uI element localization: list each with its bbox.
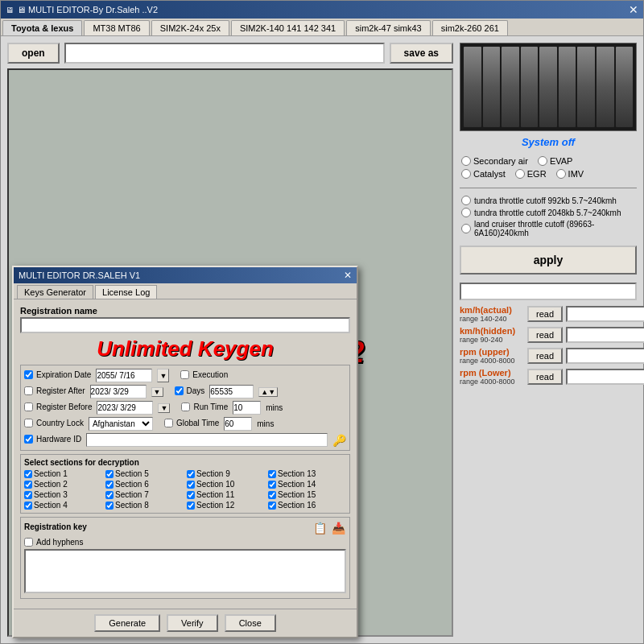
- run-time-input[interactable]: [233, 401, 261, 415]
- check-global-time[interactable]: Global Time: [164, 419, 219, 427]
- radio-throttle-1[interactable]: [461, 196, 471, 205]
- tab-mt38-mt86[interactable]: MT38 MT86: [84, 20, 149, 35]
- cb-section-2[interactable]: [24, 481, 32, 489]
- country-select[interactable]: Afghanistan: [89, 417, 153, 431]
- section-check-10[interactable]: Section 10: [187, 480, 265, 489]
- apply-button[interactable]: apply: [460, 246, 637, 275]
- cb-section-4[interactable]: [24, 502, 32, 510]
- throttle-item-2[interactable]: tundra throttle cutoff 2048kb 5.7~240kmh: [461, 208, 635, 217]
- checkbox-register-after[interactable]: [24, 386, 33, 395]
- register-after-spin[interactable]: ▼: [151, 387, 163, 397]
- checkbox-expiration-date[interactable]: [24, 370, 33, 379]
- section-check-15[interactable]: Section 15: [268, 490, 346, 499]
- radio-input-egr[interactable]: [515, 169, 525, 179]
- radio-secondary-air[interactable]: Secondary air: [461, 156, 528, 166]
- read-button-rpm-lower[interactable]: read: [527, 369, 563, 385]
- cb-section-1[interactable]: [24, 470, 32, 478]
- checkbox-run-time[interactable]: [181, 402, 190, 411]
- open-button[interactable]: open: [7, 43, 60, 64]
- section-check-12[interactable]: Section 12: [187, 501, 265, 510]
- read-button-kmh-actual[interactable]: read: [527, 306, 563, 322]
- copy-down-button[interactable]: 📥: [331, 521, 346, 535]
- cb-section-11[interactable]: [187, 491, 195, 499]
- checkbox-execution[interactable]: [180, 370, 189, 379]
- checkbox-global-time[interactable]: [164, 419, 173, 427]
- path-input[interactable]: [64, 43, 385, 64]
- close-button[interactable]: ✕: [629, 4, 638, 15]
- checkbox-country-lock[interactable]: [24, 419, 33, 427]
- section-check-2[interactable]: Section 2: [24, 480, 102, 489]
- dialog-footer-close-button[interactable]: Close: [225, 614, 276, 632]
- section-check-9[interactable]: Section 9: [187, 469, 265, 478]
- check-days[interactable]: Days: [175, 386, 205, 395]
- dialog-tab-license-log[interactable]: License Log: [95, 285, 157, 299]
- cb-section-9[interactable]: [187, 470, 195, 478]
- cb-section-14[interactable]: [268, 481, 276, 489]
- radio-catalyst[interactable]: Catalyst: [461, 169, 506, 179]
- check-country-lock[interactable]: Country Lock: [24, 419, 84, 427]
- add-hyphens-row[interactable]: Add hyphens: [24, 538, 346, 547]
- input-rpm-lower[interactable]: [566, 369, 644, 385]
- read-button-rpm-upper[interactable]: read: [527, 348, 563, 364]
- checkbox-add-hyphens[interactable]: [24, 538, 33, 547]
- cb-section-8[interactable]: [105, 502, 114, 510]
- checkbox-days[interactable]: [175, 386, 184, 395]
- days-input[interactable]: [209, 385, 254, 398]
- cb-section-15[interactable]: [268, 491, 276, 499]
- checkbox-hardware-id[interactable]: [24, 435, 33, 444]
- dialog-tab-keys-generator[interactable]: Keys Generator: [17, 285, 93, 299]
- register-before-spin[interactable]: ▼: [158, 403, 170, 413]
- section-check-3[interactable]: Section 3: [24, 490, 102, 499]
- reg-name-input[interactable]: [20, 317, 350, 333]
- tab-toyota-lexus[interactable]: Toyota & lexus: [2, 20, 82, 35]
- section-check-14[interactable]: Section 14: [268, 480, 346, 489]
- copy-up-button[interactable]: 📋: [312, 521, 328, 535]
- dialog-close-button[interactable]: ✕: [344, 270, 352, 281]
- throttle-item-3[interactable]: land cruiser throttle cutoff (89663-6A16…: [461, 220, 635, 237]
- cb-section-16[interactable]: [268, 502, 276, 510]
- section-check-1[interactable]: Section 1: [24, 469, 102, 478]
- input-rpm-upper[interactable]: [566, 348, 644, 364]
- generate-button[interactable]: Generate: [94, 614, 160, 632]
- section-check-11[interactable]: Section 11: [187, 490, 265, 499]
- radio-input-secondary-air[interactable]: [461, 156, 471, 166]
- section-check-8[interactable]: Section 8: [105, 501, 184, 510]
- section-check-5[interactable]: Section 5: [105, 469, 184, 478]
- cb-section-13[interactable]: [268, 470, 276, 478]
- tab-sim2k-24x[interactable]: SIM2K-24x 25x: [151, 20, 229, 35]
- throttle-item-1[interactable]: tundra throttle cutoff 992kb 5.7~240kmh: [461, 196, 635, 205]
- check-register-after[interactable]: Register After: [24, 386, 85, 395]
- days-spin[interactable]: ▲▼: [258, 387, 278, 397]
- verify-button[interactable]: Verify: [167, 614, 218, 632]
- cb-section-6[interactable]: [105, 481, 114, 489]
- section-check-6[interactable]: Section 6: [105, 480, 184, 489]
- radio-input-imv[interactable]: [556, 169, 566, 179]
- saveas-button[interactable]: save as: [390, 43, 453, 64]
- radio-throttle-2[interactable]: [461, 208, 471, 217]
- input-kmh-hidden[interactable]: [566, 327, 644, 343]
- tab-sim2k-140[interactable]: SIM2K-140 141 142 341: [231, 20, 345, 35]
- check-expiration-date[interactable]: Expiration Date: [24, 369, 91, 381]
- register-before-input[interactable]: [97, 401, 153, 415]
- section-check-13[interactable]: Section 13: [268, 469, 346, 478]
- hardware-id-input[interactable]: [86, 433, 328, 447]
- cb-section-10[interactable]: [187, 481, 195, 489]
- radio-input-evap[interactable]: [538, 156, 547, 166]
- section-check-16[interactable]: Section 16: [268, 501, 346, 510]
- cb-section-5[interactable]: [105, 470, 114, 478]
- radio-evap[interactable]: EVAP: [538, 156, 573, 166]
- check-hardware-id[interactable]: Hardware ID: [24, 435, 81, 444]
- register-after-input[interactable]: [90, 385, 147, 398]
- global-time-input[interactable]: [224, 417, 252, 431]
- reg-key-textarea[interactable]: [24, 549, 346, 593]
- radio-throttle-3[interactable]: [461, 224, 471, 233]
- expiration-date-spin[interactable]: ▼: [157, 369, 169, 382]
- cb-section-12[interactable]: [187, 502, 195, 510]
- tab-sim2k-260[interactable]: sim2k-260 261: [432, 20, 508, 35]
- input-kmh-actual[interactable]: [566, 306, 644, 322]
- check-run-time[interactable]: Run Time: [181, 402, 228, 411]
- radio-input-catalyst[interactable]: [461, 169, 471, 179]
- section-check-4[interactable]: Section 4: [24, 501, 102, 510]
- read-button-kmh-hidden[interactable]: read: [527, 327, 563, 343]
- check-register-before[interactable]: Register Before: [24, 402, 92, 411]
